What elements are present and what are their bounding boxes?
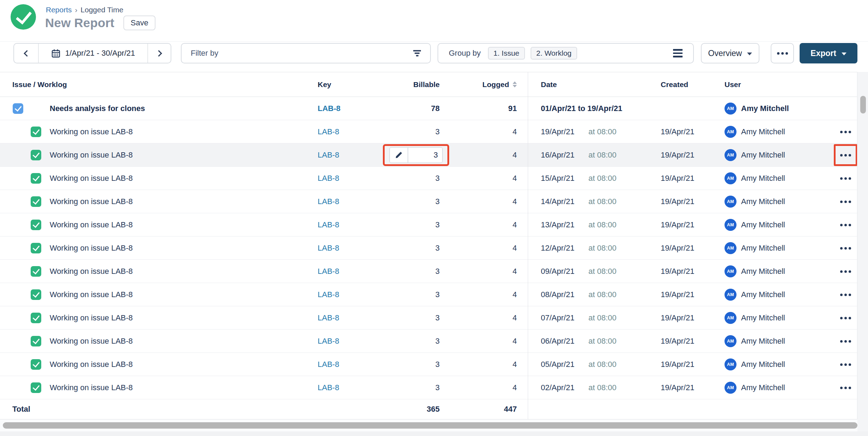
row-actions-button[interactable] [834,191,857,213]
worklog-date: 02/Apr/21 [541,376,574,399]
panel-divider [528,72,528,419]
group-chip-worklog[interactable]: 2. Worklog [531,47,577,60]
created-date: 19/Apr/21 [661,237,694,259]
breadcrumb-separator: › [75,6,78,14]
issue-key-link[interactable]: LAB-8 [318,120,339,143]
billable-input[interactable] [408,148,442,162]
issue-summary: Needs analysis for clones [50,97,145,120]
issue-key-link[interactable]: LAB-8 [318,260,339,283]
worklog-checkbox[interactable] [31,196,41,207]
issue-key-link[interactable]: LAB-8 [318,376,339,399]
worklog-checkbox[interactable] [31,243,41,253]
avatar-initials: AM [727,315,734,320]
logged-value: 4 [446,283,517,306]
row-actions-button[interactable] [834,214,857,236]
worklog-checkbox[interactable] [31,382,41,393]
column-header-issue-worklog: Issue / Worklog [12,72,67,97]
user-name: Amy Mitchell [741,360,785,369]
worklog-checkbox[interactable] [31,173,41,184]
report-logo-check-icon [11,4,36,30]
row-actions-button[interactable] [834,307,857,329]
user-name: Amy Mitchell [741,127,785,136]
worklog-description: Working on issue LAB-8 [50,167,133,190]
export-button[interactable]: Export [800,43,857,63]
table-right-border [857,72,857,419]
worklog-description: Working on issue LAB-8 [50,283,133,306]
worklog-checkbox[interactable] [31,266,41,277]
vertical-scrollbar-thumb[interactable] [860,96,866,113]
issue-key-link[interactable]: LAB-8 [318,237,339,259]
avatar: AM [725,242,736,254]
row-actions-button[interactable] [834,260,857,282]
worklog-checkbox[interactable] [31,289,41,300]
worklog-checkbox[interactable] [31,150,41,160]
date-range-label: 1/Apr/21 - 30/Apr/21 [65,49,135,58]
issue-key-link[interactable]: LAB-8 [318,213,339,236]
logged-value: 4 [446,353,517,376]
user-cell: AM Amy Mitchell [725,376,785,399]
logged-value: 4 [446,306,517,329]
worklog-start-time: at 08:00 [588,353,617,376]
worklog-description: Working on issue LAB-8 [50,143,133,166]
logged-value: 4 [446,143,517,166]
created-date: 19/Apr/21 [661,190,694,213]
next-period-button[interactable] [147,44,171,63]
issue-key-link[interactable]: LAB-8 [318,283,339,306]
worklog-date: 14/Apr/21 [541,190,574,213]
horizontal-scrollbar-thumb[interactable] [3,422,857,429]
columns-menu-icon[interactable] [673,49,683,57]
calendar-icon [51,49,61,58]
total-row: Total 365 447 [0,399,857,419]
worklog-checkbox[interactable] [31,359,41,370]
row-actions-button[interactable] [834,121,857,143]
date-range-control: 1/Apr/21 - 30/Apr/21 [13,43,171,63]
user-name: Amy Mitchell [741,174,785,183]
ellipsis-icon [840,294,851,296]
group-chip-issue[interactable]: 1. Issue [488,47,525,60]
worklog-checkbox[interactable] [31,127,41,137]
avatar-initials: AM [727,269,734,274]
previous-period-button[interactable] [14,44,39,63]
avatar-initials: AM [727,362,734,367]
issue-key-link[interactable]: LAB-8 [318,306,339,329]
worklog-checkbox[interactable] [31,336,41,346]
avatar-initials: AM [727,129,734,134]
edit-pencil-button[interactable] [390,148,408,162]
row-actions-button[interactable] [834,167,857,189]
issue-key-link[interactable]: LAB-8 [318,330,339,352]
vertical-scrollbar-track[interactable] [857,72,868,436]
toolbar-more-button[interactable] [771,43,794,63]
save-button[interactable]: Save [123,16,155,30]
billable-value: 3 [359,260,440,283]
billable-value: 3 [359,213,440,236]
row-actions-button[interactable] [834,354,857,375]
view-selector-dropdown[interactable]: Overview [701,43,759,63]
column-header-created: Created [661,72,688,97]
worklog-date: 13/Apr/21 [541,213,574,236]
issue-key-link[interactable]: LAB-8 [318,97,341,120]
worklog-checkbox[interactable] [31,220,41,230]
bottom-gutter [0,431,868,436]
worklog-checkbox[interactable] [31,313,41,323]
title-row: New Report Save [45,16,155,30]
date-range-button[interactable]: 1/Apr/21 - 30/Apr/21 [39,44,147,63]
row-actions-button[interactable] [834,330,857,352]
worklog-start-time: at 08:00 [588,260,617,283]
row-actions-button[interactable] [834,144,857,166]
created-date: 19/Apr/21 [661,376,694,399]
group-row-checkbox[interactable] [13,103,23,114]
row-actions-button[interactable] [834,284,857,306]
ellipsis-icon [840,201,851,203]
row-actions-button[interactable] [834,377,857,399]
column-header-logged[interactable]: Logged [446,72,517,97]
logged-value: 4 [446,260,517,283]
issue-key-link[interactable]: LAB-8 [318,190,339,213]
filter-by-input[interactable]: Filter by [181,43,431,63]
row-actions-button[interactable] [834,237,857,259]
issue-key-link[interactable]: LAB-8 [318,143,339,166]
breadcrumb-reports-link[interactable]: Reports [46,6,72,14]
avatar-initials: AM [727,199,734,204]
issue-key-link[interactable]: LAB-8 [318,353,339,376]
issue-key-link[interactable]: LAB-8 [318,167,339,190]
sort-arrows-icon[interactable] [513,81,517,87]
